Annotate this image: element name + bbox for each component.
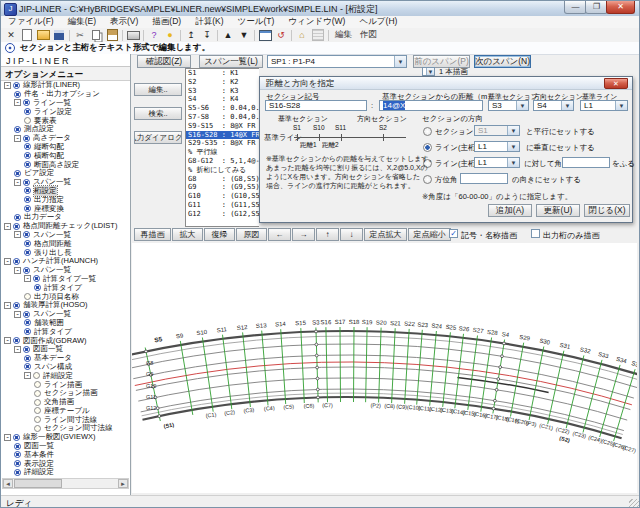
list-item[interactable]: S7-S8 : 0.04,0.35 FR S2 TO S1 <box>186 113 259 122</box>
view-button-3[interactable]: 復帰 <box>204 228 235 241</box>
expander-icon[interactable]: - <box>4 223 11 230</box>
expander-icon[interactable]: - <box>14 99 21 106</box>
hint-icon[interactable]: ● <box>163 29 177 41</box>
chevron-down-icon[interactable]: ▼ <box>507 142 519 151</box>
view-button-4[interactable]: 原図 <box>236 228 267 241</box>
chevron-down-icon[interactable]: ▼ <box>561 101 573 110</box>
move-down-icon[interactable]: ▼ <box>237 29 251 41</box>
expander-icon[interactable]: - <box>4 434 11 441</box>
tree-item[interactable]: 要素表 <box>1 116 130 125</box>
view-button-1[interactable]: 再描画 <box>134 228 171 241</box>
list-item[interactable]: % 平行線 <box>186 148 259 157</box>
close-dialog-button[interactable]: 閉じる(X) <box>584 204 630 217</box>
view-button-7[interactable]: ↑ <box>316 228 339 241</box>
list-item[interactable]: S4 : K4 <box>186 95 259 104</box>
add-button[interactable]: 追加(A) <box>488 204 532 217</box>
expander-icon[interactable]: - <box>14 135 21 142</box>
expander-icon[interactable]: - <box>4 82 11 89</box>
input-dialog-button[interactable]: 入力ダイアログ.. <box>134 131 182 144</box>
tree-item[interactable]: 図面一覧 <box>1 442 130 451</box>
scrollbar-thumb[interactable] <box>14 479 62 488</box>
list-item[interactable]: S2 : K2 <box>186 78 259 87</box>
base-line-combo[interactable]: L1▼ <box>580 100 628 111</box>
confirm-drawing-button[interactable]: 確認図(Z) <box>137 55 191 68</box>
menu-item[interactable]: 表示(V) <box>103 16 145 28</box>
list-item[interactable]: G11 : (G11,S5)=(G11,S3)+( <box>186 201 259 210</box>
list-item[interactable]: S5-S6 : 0.04,0.35 FR S1 TO S2 <box>186 104 259 113</box>
next-span-button[interactable]: 次のスパン(N) <box>474 55 531 68</box>
new-document-icon[interactable] <box>20 29 34 41</box>
list-item[interactable]: G12 : (G12,S5)=(G12,S3)+( <box>186 210 259 219</box>
list-item[interactable]: S9-S15 : 8@X FR S6 TO S3 <box>186 122 259 131</box>
list-item[interactable]: S16-S28 : 14@X FR S3 TO S4 <box>186 131 259 140</box>
home-icon[interactable]: ⌂ <box>295 29 309 41</box>
expander-icon[interactable]: - <box>14 267 21 274</box>
expander-icon[interactable]: - <box>14 231 21 238</box>
cancel-icon[interactable]: ✕ <box>4 29 18 41</box>
minimize-button[interactable]: — <box>564 1 587 14</box>
save-icon[interactable] <box>52 29 66 41</box>
radio-perpendicular-line[interactable] <box>423 143 432 152</box>
move-bottom-icon[interactable]: ↧ <box>200 29 214 41</box>
chevron-down-icon[interactable]: ▼ <box>507 158 519 167</box>
menu-item[interactable]: 編集(E) <box>61 16 103 28</box>
list-item[interactable]: G9 : (G9,S5)=(G9,S3)+(0, <box>186 183 259 192</box>
chevron-down-icon[interactable]: ▼ <box>426 68 434 75</box>
chevron-down-icon[interactable]: ▼ <box>394 56 406 67</box>
dialog-close-button[interactable]: ✕ <box>604 78 628 89</box>
menu-item[interactable]: ヘルプ(H) <box>352 16 404 28</box>
expander-icon[interactable]: - <box>4 258 11 265</box>
tree-item[interactable]: 表示設定 <box>1 459 130 468</box>
print-icon[interactable] <box>126 29 140 41</box>
tree-item[interactable]: 詳細設定 <box>1 468 130 477</box>
maximize-button[interactable]: ❐ <box>585 1 608 14</box>
tree-item[interactable]: -高さデータ <box>1 134 130 143</box>
window-icon[interactable] <box>258 29 272 41</box>
menu-item[interactable]: 描画(D) <box>145 16 188 28</box>
draw-toolbar-button[interactable]: 作図 <box>356 29 381 41</box>
chevron-down-icon[interactable]: ▼ <box>507 126 519 135</box>
tree-item[interactable]: -線形一般図(GVIEWX) <box>1 433 130 442</box>
title-bar[interactable]: J JIP-LINER - C:¥HyBRIDGE¥SAMPLE¥LINER.n… <box>1 1 640 17</box>
list-item[interactable]: G8 : (G8,S5)=(G8,S3)+(0, <box>186 175 259 184</box>
list-item[interactable]: G8-G12 : 5,1,4@-2.55 // L1 <box>186 157 259 166</box>
move-top-icon[interactable]: ↥ <box>184 29 198 41</box>
output-girder-only-checkbox[interactable] <box>531 229 540 238</box>
menu-item[interactable]: ファイル(F) <box>1 16 61 28</box>
expander-icon[interactable]: - <box>24 372 31 379</box>
tree-item[interactable]: 基本条件 <box>1 450 130 459</box>
tree-item[interactable]: -スパン一覧 <box>1 310 130 319</box>
tree-item[interactable]: ライン設定 <box>1 107 130 116</box>
tree-item[interactable]: 座標変換 <box>1 204 130 213</box>
azimuth-input[interactable] <box>460 173 508 184</box>
edit-toolbar-button[interactable]: 編集 <box>331 29 356 41</box>
chevron-down-icon[interactable]: ▼ <box>615 101 627 110</box>
dialog-title[interactable]: 距離と方向を指定 <box>260 77 632 90</box>
view-button-2[interactable]: 拡大 <box>172 228 203 241</box>
parallel-section-combo[interactable]: S1▼ <box>474 125 520 136</box>
view-button-8[interactable]: ↓ <box>340 228 363 241</box>
copy-icon[interactable] <box>89 29 103 41</box>
view-button-10[interactable]: 定点縮小 <box>408 228 451 241</box>
tree-item[interactable]: 断面高さ設定 <box>1 160 130 169</box>
view-button-6[interactable]: → <box>292 228 315 241</box>
expander-icon[interactable]: - <box>14 311 21 318</box>
distance-input[interactable]: 14@X <box>379 100 483 111</box>
angle-input[interactable] <box>562 157 610 168</box>
symbol-name-draw-checkbox[interactable]: ✓ <box>449 229 458 238</box>
view-button-9[interactable]: 定点拡大 <box>364 228 407 241</box>
tree-item[interactable]: -図面作成(GDRAW) <box>1 336 130 345</box>
sidebar-horizontal-scrollbar[interactable]: ◄ ► <box>2 478 129 489</box>
list-item[interactable]: S1 : K1 <box>186 69 259 78</box>
list-item[interactable]: G10 : (G10,S5)=(G10,S3)+( <box>186 192 259 201</box>
angle-line-combo[interactable]: L1▼ <box>474 157 520 168</box>
scroll-left-icon[interactable]: ◄ <box>3 479 13 488</box>
span-list-button[interactable]: スパン一覧(L) <box>199 55 263 68</box>
undo-icon[interactable]: ↺ <box>274 29 288 41</box>
resize-grip-icon[interactable] <box>629 499 640 508</box>
menu-item[interactable]: 計算(K) <box>188 16 230 28</box>
expander-icon[interactable]: - <box>4 302 11 309</box>
list-item[interactable]: S29-S35 : 8@X FR S4 TO S7 <box>186 139 259 148</box>
grid-icon[interactable] <box>311 29 325 41</box>
view-button-5[interactable]: ← <box>268 228 291 241</box>
